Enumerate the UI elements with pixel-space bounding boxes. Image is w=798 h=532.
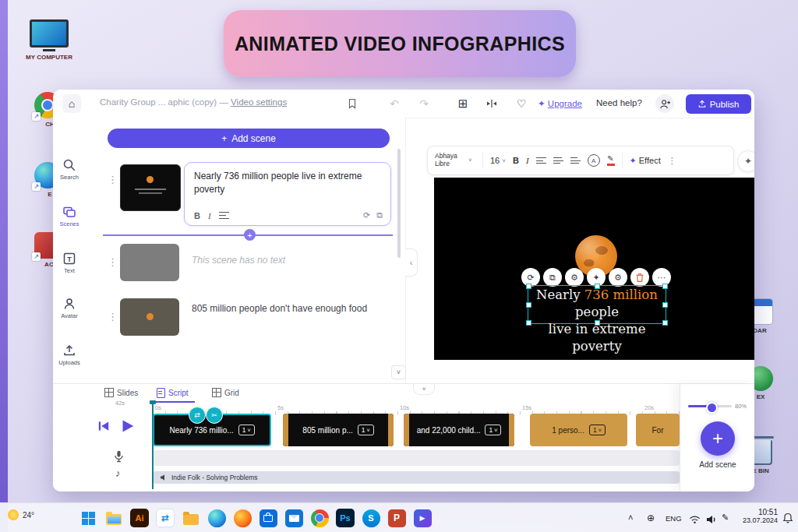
insert-scene-button[interactable]: + — [244, 229, 256, 241]
more-button[interactable]: ⋯ — [652, 268, 671, 287]
sidebar-item-avatar[interactable]: Avatar — [53, 297, 86, 319]
text-selection-box[interactable]: Nearly 736 million people live in extrem… — [528, 285, 666, 324]
timeline-clip-5[interactable]: For — [636, 414, 680, 446]
video-canvas[interactable]: ⟳ ⧉ ⚙ ✦ ⚙ ⋯ Nearly 736 million people li… — [434, 178, 754, 360]
chrome-button[interactable] — [309, 508, 330, 528]
upgrade-link[interactable]: ✦ Upgrade — [538, 98, 582, 109]
list-icon[interactable] — [219, 212, 229, 220]
weather-widget[interactable]: 24° — [8, 509, 34, 520]
trim-handle[interactable] — [509, 414, 514, 446]
undo-button[interactable]: ↶ — [385, 94, 404, 113]
language-indicator[interactable]: ENG — [666, 514, 682, 523]
resize-handle[interactable] — [526, 302, 531, 308]
split-view-button[interactable] — [482, 94, 501, 113]
resize-handle[interactable] — [662, 320, 668, 326]
clip-count-pill[interactable]: 1 ˅ — [358, 425, 374, 435]
teamviewer-button[interactable]: ⇄ — [155, 508, 175, 528]
illustrator-button[interactable]: Ai — [129, 508, 150, 528]
sidebar-item-scenes[interactable]: Scenes — [53, 205, 86, 227]
clip-count-pill[interactable]: 1 ˅ — [589, 425, 606, 435]
trim-handle[interactable] — [404, 414, 409, 446]
firefox-button[interactable] — [232, 508, 252, 528]
italic-button[interactable]: I — [526, 156, 529, 165]
timeline-clip-3[interactable]: and 22,000 child... 1 ˅ — [404, 414, 514, 446]
resize-handle[interactable] — [595, 320, 600, 326]
scenes-scrollbar[interactable] — [397, 149, 401, 258]
scroll-down-button[interactable]: ˅ — [391, 365, 406, 379]
transition-button[interactable]: ⇄ — [189, 407, 206, 424]
tray-clock[interactable]: 10:51 23.07.2024 — [728, 508, 778, 524]
collapse-panel-button[interactable]: ‹ — [405, 248, 418, 277]
powerpoint-button[interactable]: P — [387, 508, 407, 528]
letter-case-icon[interactable]: A — [588, 154, 600, 167]
music-button[interactable]: ♪ — [115, 467, 121, 479]
scene-thumbnail-3[interactable] — [120, 298, 179, 336]
bullet-list-icon[interactable] — [553, 157, 563, 164]
playhead[interactable] — [152, 402, 154, 489]
font-color-button[interactable]: ✎ — [607, 155, 615, 166]
skype-button[interactable]: S — [361, 508, 381, 528]
sidebar-item-text[interactable]: T Text — [53, 252, 86, 274]
timeline-clip-2[interactable]: 805 million p... 1 ˅ — [283, 414, 394, 446]
font-select[interactable]: Abhaya Libre ˅ — [435, 153, 475, 168]
scene-drag-handle[interactable]: ⋮ — [108, 256, 117, 268]
tab-slides[interactable]: Slides — [104, 388, 138, 397]
italic-icon[interactable]: I — [208, 211, 211, 220]
clip-count-pill[interactable]: 1 ˅ — [485, 425, 501, 435]
resize-handle[interactable] — [662, 302, 668, 308]
expand-timeline-button[interactable]: ˅ — [413, 384, 435, 395]
scene-drag-handle[interactable]: ⋮ — [108, 174, 117, 185]
add-scene-button[interactable]: + Add scene — [108, 129, 390, 148]
scene-thumbnail-2[interactable] — [120, 244, 179, 281]
desktop-icon-my-computer[interactable]: MY COMPUTER — [19, 19, 79, 61]
zoom-slider-knob[interactable] — [706, 402, 718, 414]
tab-grid[interactable]: Grid — [212, 388, 239, 397]
trim-handle[interactable] — [388, 414, 394, 446]
more-options-button[interactable]: ⋮ — [668, 156, 676, 166]
favorite-button[interactable]: ♡ — [512, 94, 531, 113]
effects-button[interactable]: ⚙ — [609, 268, 627, 287]
scene-drag-handle[interactable]: ⋮ — [108, 311, 117, 322]
start-button[interactable] — [78, 508, 98, 528]
scene-text[interactable]: Nearly 736 million people live in extrem… — [194, 170, 373, 197]
split-scene-button[interactable]: ✂ — [206, 407, 223, 424]
font-size-select[interactable]: 16 ˅ — [490, 156, 506, 165]
bookmark-button[interactable] — [343, 94, 362, 113]
scene-text[interactable]: 805 million people don't have enough foo… — [192, 301, 376, 315]
notifications-button[interactable] — [782, 513, 793, 527]
clip-count-pill[interactable]: 1 ˅ — [238, 425, 255, 435]
play-button[interactable] — [118, 417, 136, 438]
bold-icon[interactable]: B — [194, 211, 200, 220]
scene-thumbnail-1[interactable] — [120, 164, 181, 211]
store-button[interactable] — [258, 508, 278, 528]
file-explorer-button[interactable] — [104, 508, 124, 528]
resize-handle[interactable] — [526, 320, 531, 326]
redo-button[interactable]: ↷ — [415, 94, 433, 113]
sidebar-item-search[interactable]: Search — [53, 158, 86, 181]
duplicate-button[interactable]: ⧉ — [543, 268, 562, 287]
skip-start-button[interactable] — [97, 419, 111, 436]
timeline-clip-4[interactable]: 1 perso... 1 ˅ — [530, 414, 627, 446]
voiceover-button[interactable] — [114, 450, 124, 466]
edge-button[interactable] — [207, 508, 227, 528]
bold-button[interactable]: B — [513, 156, 519, 165]
empty-track[interactable] — [153, 450, 680, 466]
delete-button[interactable] — [630, 268, 649, 287]
wifi-button[interactable] — [689, 513, 701, 527]
folder-button[interactable] — [181, 508, 201, 528]
audio-track[interactable]: Indie Folk - Solving Problems — [153, 471, 680, 484]
sidebar-item-uploads[interactable]: Uploads — [53, 344, 86, 366]
tray-expand-button[interactable]: ˄ — [628, 513, 633, 522]
invite-button[interactable] — [655, 94, 674, 113]
regenerate-icon[interactable]: ⟳ — [363, 210, 370, 220]
media-player-button[interactable]: ▶ — [412, 508, 433, 528]
network-globe-icon[interactable]: ⊕ — [647, 513, 655, 523]
resize-handle[interactable] — [595, 284, 600, 289]
scene-text-card[interactable]: Nearly 736 million people live in extrem… — [184, 162, 391, 226]
duplicate-icon[interactable]: ⧉ — [376, 210, 383, 220]
need-help-link[interactable]: Need help? — [596, 98, 642, 107]
grid-view-button[interactable]: ⊞ — [454, 94, 472, 113]
photoshop-button[interactable]: Ps — [335, 508, 355, 528]
home-button[interactable]: ⌂ — [62, 94, 81, 113]
video-settings-link[interactable]: Video settings — [231, 97, 287, 107]
